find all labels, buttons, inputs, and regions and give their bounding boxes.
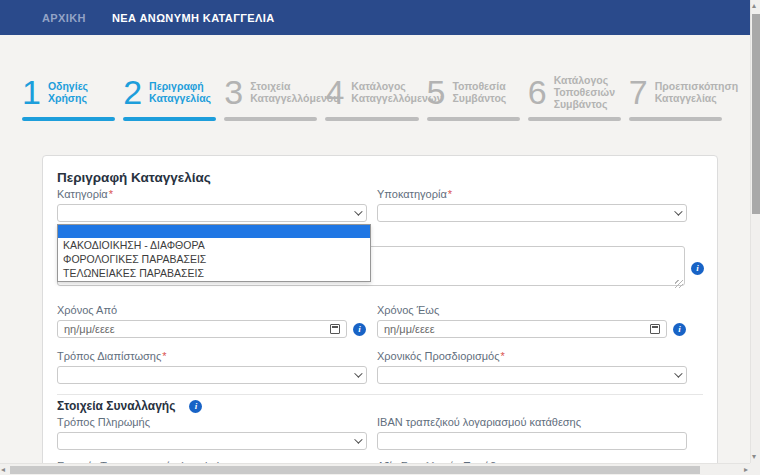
iban-label: IBAN τραπεζικού λογαριασμού κατάθεσης <box>377 416 687 429</box>
time-to-field: Χρόνος Έως ηη/μμ/εεεε i <box>377 304 687 338</box>
section-divider <box>57 394 703 395</box>
time-from-input[interactable]: ηη/μμ/εεεε <box>57 320 347 338</box>
scrollbar-corner <box>750 463 760 475</box>
step-progress-bar <box>325 117 418 121</box>
info-icon[interactable]: i <box>353 323 366 336</box>
info-icon[interactable]: i <box>673 323 686 336</box>
step-6-incident-locations-list[interactable]: 6 Κατάλογος Τοποθεσιών Συμβάντος <box>528 72 621 121</box>
step-number: 3 <box>224 75 243 109</box>
row-dates: Χρόνος Από ηη/μμ/εεεε i Χρόνος Έως ηη/μμ… <box>57 304 703 338</box>
nav-item-new-anonymous-complaint[interactable]: ΝΕΑ ΑΝΩΝΥΜΗ ΚΑΤΑΓΓΕΛΙΑ <box>112 12 275 24</box>
step-number: 5 <box>427 75 446 109</box>
step-1-instructions[interactable]: 1 Οδηγίες Χρήσης <box>22 72 115 121</box>
step-7-complaint-preview[interactable]: 7 Προεπισκόπηση Καταγγελίας <box>629 72 722 121</box>
category-dropdown-list: ΚΑΚΟΔΙΟΙΚΗΣΗ - ΔΙΑΦΘΟΡΑ ΦΟΡΟΛΟΓΙΚΕΣ ΠΑΡΑ… <box>57 224 371 282</box>
info-icon[interactable]: i <box>691 262 704 275</box>
time-specification-select[interactable] <box>377 366 687 384</box>
step-number: 6 <box>528 75 547 109</box>
row-payment: Τρόπος Πληρωμής IBAN τραπεζικού λογαριασ… <box>57 416 703 450</box>
step-progress-bar <box>224 117 317 121</box>
step-label: Οδηγίες Χρήσης <box>48 80 115 104</box>
vertical-scrollbar[interactable]: ▴ ▾ <box>750 0 760 463</box>
horizontal-scroll-thumb[interactable] <box>10 466 700 474</box>
step-label: Κατάλογος Τοποθεσιών Συμβάντος <box>554 74 621 110</box>
iban-input[interactable] <box>377 432 687 450</box>
nav-item-home[interactable]: ΑΡΧΙΚΗ <box>42 12 86 24</box>
time-specification-label: Χρονικός Προσδιορισμός* <box>377 350 687 363</box>
step-label: Τοποθεσία Συμβάντος <box>452 80 519 104</box>
transaction-section-title: Στοιχεία Συναλλαγής <box>57 399 175 413</box>
step-label: Προεπισκόπηση Καταγγελίας <box>655 80 738 104</box>
step-progress-bar <box>22 117 115 121</box>
dropdown-option[interactable]: ΤΕΛΩΝΕΙΑΚΕΣ ΠΑΡΑΒΑΣΕΙΣ <box>58 266 370 280</box>
chevron-down-icon <box>354 435 362 443</box>
time-to-input[interactable]: ηη/μμ/εεεε <box>377 320 667 338</box>
category-field: Κατηγορία* ΚΑΚΟΔΙΟΙΚΗΣΗ - ΔΙΑΦΘΟΡΑ ΦΟΡΟΛ… <box>57 188 367 222</box>
step-progress-bar <box>528 117 621 121</box>
payment-method-field: Τρόπος Πληρωμής <box>57 416 367 450</box>
horizontal-scrollbar[interactable]: ◂ ▸ <box>0 463 750 475</box>
step-number: 2 <box>123 75 142 109</box>
time-from-field: Χρόνος Από ηη/μμ/εεεε i <box>57 304 367 338</box>
step-progress-bar <box>629 117 722 121</box>
time-to-wrap: ηη/μμ/εεεε i <box>377 320 687 338</box>
chevron-down-icon <box>674 207 682 215</box>
calendar-icon[interactable] <box>650 324 660 334</box>
scroll-down-arrow-icon[interactable]: ▾ <box>752 453 756 461</box>
date-placeholder: ηη/μμ/εεεε <box>64 323 115 335</box>
detection-method-select[interactable] <box>57 366 367 384</box>
step-5-incident-location[interactable]: 5 Τοποθεσία Συμβάντος <box>427 72 520 121</box>
step-head: 2 Περιγραφή Καταγγελίας <box>123 72 216 112</box>
step-number: 7 <box>629 75 648 109</box>
detection-method-field: Τρόπος Διαπίστωσης* <box>57 350 367 384</box>
dropdown-option-empty-selected[interactable] <box>58 225 370 238</box>
vertical-scroll-thumb[interactable] <box>752 14 760 214</box>
subcategory-label: Υποκατηγορία* <box>377 188 687 201</box>
time-from-wrap: ηη/μμ/εεεε i <box>57 320 367 338</box>
step-number: 4 <box>325 75 344 109</box>
step-4-accused-list[interactable]: 4 Κατάλογος Καταγγελλόμενων <box>325 72 418 121</box>
transaction-section-header: Στοιχεία Συναλλαγής i <box>57 399 703 413</box>
info-icon[interactable]: i <box>189 400 202 413</box>
payment-method-label: Τρόπος Πληρωμής <box>57 416 367 429</box>
time-specification-field: Χρονικός Προσδιορισμός* <box>377 350 687 384</box>
step-label: Περιγραφή Καταγγελίας <box>149 80 216 104</box>
top-navbar: ΑΡΧΙΚΗ ΝΕΑ ΑΝΩΝΥΜΗ ΚΑΤΑΓΓΕΛΙΑ <box>0 0 750 35</box>
calendar-icon[interactable] <box>330 324 340 334</box>
wizard-stepper: 1 Οδηγίες Χρήσης 2 Περιγραφή Καταγγελίας… <box>22 72 722 121</box>
scroll-up-arrow-icon[interactable]: ▴ <box>752 2 756 10</box>
subcategory-select[interactable] <box>377 204 687 222</box>
step-head: 5 Τοποθεσία Συμβάντος <box>427 72 520 112</box>
required-mark: * <box>109 188 113 200</box>
card-title: Περιγραφή Καταγγελίας <box>57 170 703 185</box>
dropdown-option[interactable]: ΚΑΚΟΔΙΟΙΚΗΣΗ - ΔΙΑΦΘΟΡΑ <box>58 238 370 252</box>
complaint-description-card: Περιγραφή Καταγγελίας Κατηγορία* ΚΑΚΟΔΙΟ… <box>42 155 718 475</box>
step-number: 1 <box>22 75 41 109</box>
required-mark: * <box>162 350 166 362</box>
dropdown-option[interactable]: ΦΟΡΟΛΟΓΙΚΕΣ ΠΑΡΑΒΑΣΕΙΣ <box>58 252 370 266</box>
time-to-label: Χρόνος Έως <box>377 304 687 317</box>
chevron-down-icon <box>354 207 362 215</box>
step-head: 7 Προεπισκόπηση Καταγγελίας <box>629 72 722 112</box>
step-progress-bar <box>427 117 520 121</box>
scroll-left-arrow-icon[interactable]: ◂ <box>1 466 5 474</box>
category-label: Κατηγορία* <box>57 188 367 201</box>
step-3-accused-details[interactable]: 3 Στοιχεία Καταγγελλόμενου <box>224 72 317 121</box>
row-method: Τρόπος Διαπίστωσης* Χρονικός Προσδιορισμ… <box>57 350 703 384</box>
scroll-right-arrow-icon[interactable]: ▸ <box>744 466 748 474</box>
category-select[interactable] <box>57 204 367 222</box>
iban-field: IBAN τραπεζικού λογαριασμού κατάθεσης <box>377 416 687 450</box>
required-mark: * <box>501 350 505 362</box>
step-head: 6 Κατάλογος Τοποθεσιών Συμβάντος <box>528 72 621 112</box>
required-mark: * <box>448 188 452 200</box>
payment-method-select[interactable] <box>57 432 367 450</box>
step-progress-bar <box>123 117 216 121</box>
chevron-down-icon <box>674 369 682 377</box>
subcategory-field: Υποκατηγορία* <box>377 188 687 222</box>
detection-method-label: Τρόπος Διαπίστωσης* <box>57 350 367 363</box>
step-head: 4 Κατάλογος Καταγγελλόμενων <box>325 72 418 112</box>
row-category: Κατηγορία* ΚΑΚΟΔΙΟΙΚΗΣΗ - ΔΙΑΦΘΟΡΑ ΦΟΡΟΛ… <box>57 188 703 222</box>
step-head: 3 Στοιχεία Καταγγελλόμενου <box>224 72 317 112</box>
step-head: 1 Οδηγίες Χρήσης <box>22 72 115 112</box>
step-2-complaint-description[interactable]: 2 Περιγραφή Καταγγελίας <box>123 72 216 121</box>
